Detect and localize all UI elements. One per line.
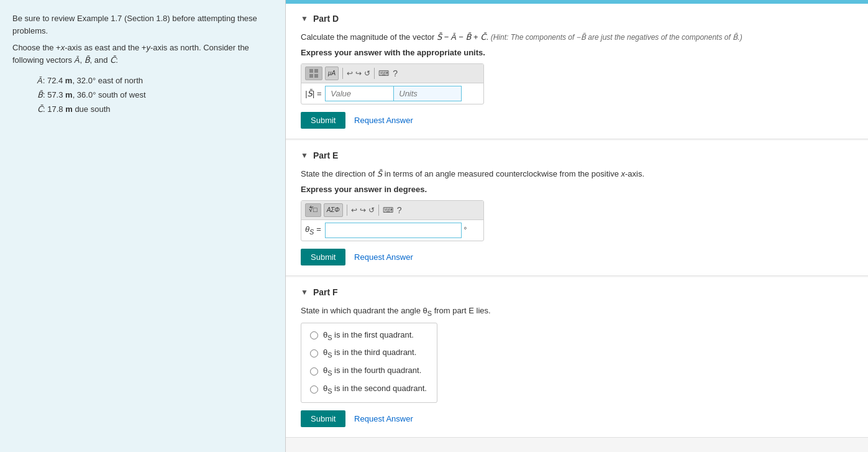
part-d-input-label: |S̄| = bbox=[305, 89, 321, 98]
part-e-help-icon[interactable]: ? bbox=[397, 205, 402, 215]
part-f-question: State in which quadrant the angle θS fro… bbox=[301, 305, 853, 319]
part-e-sep-2 bbox=[378, 205, 379, 216]
part-f-radio-box: θS is in the first quadrant. θS is in th… bbox=[301, 323, 437, 403]
part-e-sep-1 bbox=[347, 205, 347, 216]
part-e-input-row: θS = ° bbox=[301, 220, 483, 241]
part-d-toolbar: μA ↩ ↪ ↺ ⌨ ? bbox=[301, 64, 483, 83]
part-f-section: ▼ Part F State in which quadrant the ang… bbox=[286, 277, 868, 438]
radio-third-label: θS is in the third quadrant. bbox=[323, 347, 416, 360]
part-d-question: Calculate the magnitude of the vector S̄… bbox=[301, 31, 853, 44]
grid-button[interactable] bbox=[305, 67, 322, 80]
part-e-angle-input[interactable] bbox=[325, 223, 462, 238]
part-f-request-answer[interactable]: Request Answer bbox=[354, 414, 413, 423]
part-e-submit-button[interactable]: Submit bbox=[301, 249, 345, 265]
vectors-list: Ā: 72.4 m, 32.0° east of north B̄: 57.3 … bbox=[37, 76, 273, 114]
radio-second-quadrant[interactable] bbox=[310, 385, 318, 394]
toolbar-sep-2 bbox=[374, 68, 375, 79]
radio-option-3[interactable]: θS is in the fourth quadrant. bbox=[310, 365, 428, 378]
svg-rect-2 bbox=[309, 74, 313, 78]
part-d-section: ▼ Part D Calculate the magnitude of the … bbox=[286, 4, 868, 139]
part-e-undo-icon[interactable]: ↩ bbox=[351, 206, 357, 214]
part-d-answer-box: μA ↩ ↪ ↺ ⌨ ? |S̄| = bbox=[301, 63, 484, 104]
reset-icon[interactable]: ↺ bbox=[364, 69, 370, 78]
part-e-input-label: θS = bbox=[305, 224, 321, 236]
part-f-submit-button[interactable]: Submit bbox=[301, 410, 345, 427]
svg-rect-3 bbox=[314, 74, 318, 78]
part-e-arrow: ▼ bbox=[301, 151, 308, 160]
part-e-answer-box: ∜□ ΑΣΦ ↩ ↪ ↺ ⌨ ? θS = ° bbox=[301, 200, 484, 241]
part-e-request-answer[interactable]: Request Answer bbox=[354, 252, 413, 262]
vector-b: B̄: 57.3 m, 36.0° south of west bbox=[37, 90, 273, 99]
radio-option-1[interactable]: θS is in the first quadrant. bbox=[310, 330, 428, 343]
radio-third-quadrant[interactable] bbox=[310, 349, 318, 357]
toolbar-sep-1 bbox=[342, 68, 343, 79]
part-e-instruction: Express your answer in degrees. bbox=[301, 185, 853, 194]
radio-option-2[interactable]: θS is in the third quadrant. bbox=[310, 347, 428, 360]
radio-first-label: θS is in the first quadrant. bbox=[323, 330, 414, 343]
setup-text: Choose the +x-axis as east and the +y-ax… bbox=[12, 42, 273, 66]
part-f-arrow: ▼ bbox=[301, 288, 308, 297]
part-e-question: State the direction of S̄ in terms of an… bbox=[301, 168, 853, 181]
part-d-units-input[interactable] bbox=[393, 86, 462, 101]
vector-a: Ā: 72.4 m, 32.0° east of north bbox=[37, 76, 273, 85]
radio-option-4[interactable]: θS is in the second quadrant. bbox=[310, 383, 428, 396]
part-e-toolbar: ∜□ ΑΣΦ ↩ ↪ ↺ ⌨ ? bbox=[301, 201, 483, 220]
part-d-value-input[interactable] bbox=[325, 86, 393, 101]
part-d-header[interactable]: ▼ Part D bbox=[301, 14, 853, 24]
right-panel: ▼ Part D Calculate the magnitude of the … bbox=[286, 0, 868, 452]
part-e-radical-button[interactable]: ∜□ bbox=[305, 203, 321, 217]
instruction-text: Be sure to review Example 1.7 (Section 1… bbox=[12, 12, 273, 37]
part-e-redo-icon[interactable]: ↪ bbox=[360, 206, 366, 214]
part-d-request-answer[interactable]: Request Answer bbox=[354, 116, 413, 125]
part-f-title: Part F bbox=[313, 287, 338, 297]
left-panel: Be sure to review Example 1.7 (Section 1… bbox=[0, 0, 286, 452]
part-d-arrow: ▼ bbox=[301, 14, 308, 23]
part-e-reset-icon[interactable]: ↺ bbox=[368, 206, 375, 214]
help-icon[interactable]: ? bbox=[393, 68, 398, 78]
part-d-input-row: |S̄| = bbox=[301, 83, 483, 104]
vector-c: C̄: 17.8 m due south bbox=[37, 104, 273, 114]
math-button[interactable]: μA bbox=[325, 67, 339, 80]
part-e-header[interactable]: ▼ Part E bbox=[301, 150, 853, 160]
part-f-header[interactable]: ▼ Part F bbox=[301, 287, 853, 297]
part-d-instruction: Express your answer with the appropriate… bbox=[301, 48, 853, 57]
radio-fourth-label: θS is in the fourth quadrant. bbox=[323, 365, 421, 378]
undo-icon[interactable]: ↩ bbox=[347, 69, 353, 78]
part-e-keyboard-icon[interactable]: ⌨ bbox=[383, 206, 393, 214]
part-d-submit-button[interactable]: Submit bbox=[301, 112, 345, 129]
svg-rect-1 bbox=[314, 69, 318, 73]
radio-second-label: θS is in the second quadrant. bbox=[323, 383, 427, 396]
keyboard-icon[interactable]: ⌨ bbox=[378, 69, 389, 78]
redo-icon[interactable]: ↪ bbox=[355, 69, 362, 78]
part-e-title: Part E bbox=[313, 150, 338, 160]
part-e-section: ▼ Part E State the direction of S̄ in te… bbox=[286, 141, 868, 276]
part-e-greek-button[interactable]: ΑΣΦ bbox=[324, 203, 343, 217]
part-d-title: Part D bbox=[313, 14, 339, 24]
degree-symbol: ° bbox=[464, 226, 467, 234]
radio-first-quadrant[interactable] bbox=[310, 331, 318, 339]
svg-rect-0 bbox=[309, 69, 313, 73]
radio-fourth-quadrant[interactable] bbox=[310, 367, 318, 376]
